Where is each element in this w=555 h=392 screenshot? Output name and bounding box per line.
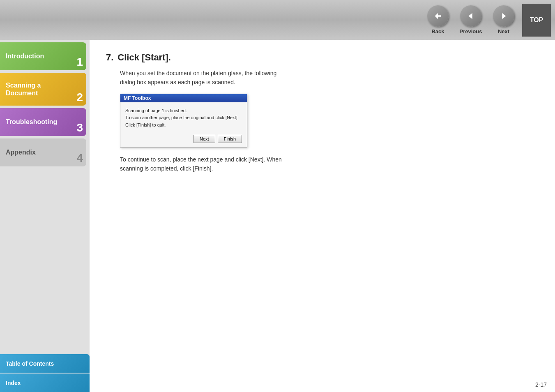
sidebar-num-troubleshooting: 3 bbox=[76, 121, 83, 134]
sidebar: Introduction 1 Scanning a Document 2 Tro… bbox=[0, 40, 90, 392]
top-button[interactable]: TOP bbox=[522, 4, 551, 37]
sidebar-label-troubleshooting: Troubleshooting bbox=[0, 118, 86, 126]
sidebar-label-scanning: Scanning a Document bbox=[0, 81, 86, 97]
next-circle bbox=[493, 5, 514, 27]
top-label: TOP bbox=[530, 16, 543, 24]
mf-toolbox-dialog: MF Toolbox Scanning of page 1 is finishe… bbox=[120, 94, 247, 148]
index-label: Index bbox=[6, 380, 21, 386]
step-description: When you set the document on the platen … bbox=[120, 69, 539, 87]
toc-label: Table of Contents bbox=[6, 360, 54, 367]
next-icon bbox=[499, 12, 508, 21]
next-button[interactable]: Next bbox=[487, 4, 520, 37]
next-label: Next bbox=[498, 28, 509, 35]
previous-icon bbox=[466, 12, 475, 21]
dialog-finish-button[interactable]: Finish bbox=[218, 135, 242, 143]
back-icon bbox=[433, 12, 442, 21]
index-button[interactable]: Index bbox=[0, 374, 90, 392]
sidebar-num-appendix: 4 bbox=[76, 152, 83, 165]
step-header: 7. Click [Start]. bbox=[106, 52, 539, 63]
sidebar-bottom: Table of Contents Index bbox=[0, 354, 90, 392]
back-label: Back bbox=[431, 28, 444, 35]
table-of-contents-button[interactable]: Table of Contents bbox=[0, 354, 90, 373]
sidebar-item-introduction[interactable]: Introduction 1 bbox=[0, 42, 86, 70]
dialog-next-button[interactable]: Next bbox=[193, 135, 215, 143]
step-footer: To continue to scan, place the next page… bbox=[120, 155, 539, 173]
dialog-title: MF Toolbox bbox=[124, 95, 151, 101]
dialog-body: Scanning of page 1 is finished. To scan … bbox=[120, 102, 247, 132]
sidebar-label-introduction: Introduction bbox=[0, 53, 86, 60]
svg-marker-1 bbox=[502, 13, 506, 19]
back-circle bbox=[427, 5, 449, 27]
svg-marker-0 bbox=[469, 13, 472, 19]
step-number: 7. bbox=[106, 52, 113, 63]
dialog-titlebar: MF Toolbox bbox=[120, 94, 247, 102]
previous-button[interactable]: Previous bbox=[454, 4, 487, 37]
page-number: 2-17 bbox=[535, 381, 547, 388]
step-title: Click [Start]. bbox=[117, 52, 171, 63]
previous-label: Previous bbox=[460, 28, 482, 35]
sidebar-item-scanning[interactable]: Scanning a Document 2 bbox=[0, 73, 86, 106]
dialog-line1: Scanning of page 1 is finished. bbox=[125, 107, 242, 115]
sidebar-num-scanning: 2 bbox=[76, 91, 83, 104]
dialog-buttons: Next Finish bbox=[120, 132, 247, 147]
sidebar-item-appendix[interactable]: Appendix 4 bbox=[0, 138, 86, 166]
sidebar-label-appendix: Appendix bbox=[0, 149, 86, 156]
dialog-line3: Click [Finish] to quit. bbox=[125, 122, 242, 129]
sidebar-num-introduction: 1 bbox=[76, 55, 83, 69]
header: Back Previous Next TOP bbox=[0, 0, 555, 40]
main-content: 7. Click [Start]. When you set the docum… bbox=[90, 40, 555, 392]
back-button[interactable]: Back bbox=[421, 4, 454, 37]
dialog-line2: To scan another page, place the original… bbox=[125, 114, 242, 122]
sidebar-item-troubleshooting[interactable]: Troubleshooting 3 bbox=[0, 108, 86, 136]
previous-circle bbox=[460, 5, 481, 27]
